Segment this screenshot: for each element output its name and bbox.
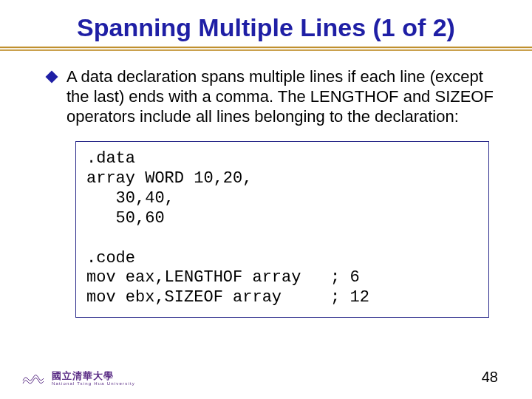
university-name-cn: 國立清華大學 <box>52 371 135 381</box>
university-logo-icon <box>21 371 46 387</box>
bullet-item: A data declaration spans multiple lines … <box>47 67 502 126</box>
code-box: .data array WORD 10,20, 30,40, 50,60 .co… <box>75 141 489 318</box>
university-name-en: National Tsing Hua University <box>52 381 135 386</box>
slide: Spanning Multiple Lines (1 of 2) A data … <box>0 0 532 399</box>
bullet-text: A data declaration spans multiple lines … <box>66 67 502 126</box>
footer-logo: 國立清華大學 National Tsing Hua University <box>21 371 135 387</box>
title-underline <box>0 47 532 51</box>
university-logo-text: 國立清華大學 National Tsing Hua University <box>52 371 135 386</box>
diamond-bullet-icon <box>46 71 58 83</box>
page-number: 48 <box>482 369 498 386</box>
slide-title: Spanning Multiple Lines (1 of 2) <box>30 13 502 42</box>
slide-body: A data declaration spans multiple lines … <box>30 67 502 318</box>
code-block: .data array WORD 10,20, 30,40, 50,60 .co… <box>86 149 478 308</box>
